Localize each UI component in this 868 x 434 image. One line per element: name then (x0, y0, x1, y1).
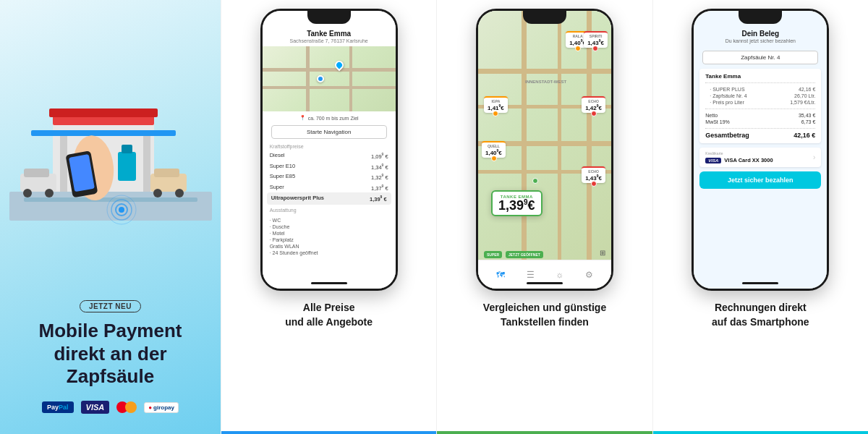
phone-notch-4 (739, 11, 782, 24)
receipt-item-superplus: · SUPER PLUS42,16 € (705, 86, 815, 93)
svg-rect-13 (24, 169, 49, 177)
featured-station: TANKE EMMA 1,399€ (491, 190, 542, 216)
svg-rect-5 (31, 130, 176, 136)
receipt-item-preis: · Preis pro Liter1,579 €/Ltr. (705, 99, 815, 106)
svg-point-15 (45, 189, 54, 197)
card-section[interactable]: Kreditkarte VISA VISA Card XX 3000 › (699, 148, 821, 167)
visa-logo: VISA (81, 401, 110, 414)
features-section-title: Ausstattung (263, 205, 396, 214)
screen-prices: Tanke Emma Sachsenstraße 7, 76137 Karlsr… (263, 11, 396, 289)
phone-receipt: Dein Beleg Du kannst jetzt sicher bezahl… (692, 9, 829, 291)
receipt-title-text: Dein Beleg (699, 30, 821, 38)
station-map (263, 46, 396, 111)
hero-panel: JETZT NEU Mobile Payment direkt an der Z… (0, 0, 221, 434)
receipt-mwst: MwSt 19%6,73 € (705, 119, 815, 125)
panel-receipt: Dein Beleg Du kannst jetzt sicher bezahl… (652, 0, 868, 434)
receipt-card: Tanke Emma · SUPER PLUS42,16 € · Zapfsäu… (699, 69, 821, 143)
phone-bottom-bar-3 (527, 282, 563, 284)
fuel-type-badge: SUPER (484, 251, 502, 258)
open-status-badge: JETZT GEÖFFNET (506, 251, 543, 258)
receipt-divider1 (705, 109, 815, 109)
receipt-netto: Netto35,43 € (705, 112, 815, 119)
gratis-wlan-feature: Gratis WLAN (270, 243, 388, 250)
hero-illustration (0, 0, 221, 260)
svg-rect-4 (49, 109, 158, 117)
card-info: Kreditkarte VISA VISA Card XX 3000 (705, 151, 773, 163)
hero-title: Mobile Payment direkt an der Zapfsäule (39, 320, 182, 388)
phone-notch-3 (523, 11, 566, 24)
receipt-header: Dein Beleg Du kannst jetzt sicher bezahl… (694, 25, 827, 48)
receipt-station-name: Tanke Emma (705, 73, 815, 83)
jetzt-neu-badge: JETZT NEU (80, 300, 141, 312)
station-address: Sachsenstraße 7, 76137 Karlsruhe (268, 38, 390, 43)
station-header: Tanke Emma Sachsenstraße 7, 76137 Karlsr… (263, 25, 396, 46)
visa-mini-logo: VISA (705, 158, 721, 163)
nav-button[interactable]: Starte Navigation (271, 125, 387, 139)
station-distance: 📍 ca. 700 m bis zum Ziel (263, 111, 396, 123)
card-chevron-icon: › (813, 153, 815, 161)
phone-map: INNENSTADT-WEST RALA 1,409€ SPIRITI 1,43… (476, 9, 613, 291)
panel-prices: Tanke Emma Sachsenstraße 7, 76137 Karlsr… (221, 0, 436, 434)
svg-rect-11 (122, 145, 132, 153)
map-tab-icon[interactable]: 🗺 (496, 270, 505, 280)
phone-bottom-bar-4 (742, 282, 778, 284)
receipt-item-zapfsaeule: · Zapfsäule Nr. 426,70 Ltr. (705, 93, 815, 99)
svg-rect-9 (118, 152, 136, 181)
paypal-logo: PayPal (42, 401, 74, 413)
panel-map: INNENSTADT-WEST RALA 1,409€ SPIRITI 1,43… (436, 0, 652, 434)
list-tab-icon[interactable]: ☰ (527, 270, 535, 280)
receipt-subtitle: Du kannst jetzt sicher bezahlen (699, 38, 821, 43)
panel4-caption: Rechnungen direkt auf das Smartphone (712, 301, 809, 329)
map-background: INNENSTADT-WEST RALA 1,409€ SPIRITI 1,43… (478, 11, 611, 260)
svg-rect-1 (24, 197, 197, 202)
screen-receipt: Dein Beleg Du kannst jetzt sicher bezahl… (694, 11, 827, 289)
price-row-e85: Super E851,329 € (263, 171, 396, 182)
price-row-ultra: Ultrapowersprit Plus1,399 € (267, 192, 391, 205)
price-row-super: Super1,379 € (263, 182, 396, 193)
payment-logos: PayPal VISA ●giropay (39, 401, 182, 414)
phone-bottom-bar-2 (311, 282, 347, 284)
zapfsaeule-badge: Zapfsäule Nr. 4 (702, 51, 818, 64)
phone-notch-2 (307, 11, 351, 24)
svg-rect-17 (154, 169, 179, 177)
svg-point-18 (153, 189, 162, 197)
hero-text-block: JETZT NEU Mobile Payment direkt an der Z… (39, 299, 182, 414)
screen-map: INNENSTADT-WEST RALA 1,409€ SPIRITI 1,43… (478, 11, 611, 289)
station-name: Tanke Emma (268, 30, 390, 38)
receipt-total: Gesamtbetrag42,16 € (705, 132, 815, 139)
phone-frame-receipt: Dein Beleg Du kannst jetzt sicher bezahl… (692, 9, 829, 291)
settings-tab-icon[interactable]: ⚙ (585, 270, 593, 280)
phone-frame-prices: Tanke Emma Sachsenstraße 7, 76137 Karlsr… (260, 9, 398, 291)
map-bottom-nav: 🗺 ☰ ☼ ⚙ (478, 260, 611, 289)
panel2-caption: Alle Preise und alle Angebote (285, 301, 373, 329)
receipt-divider2 (705, 128, 815, 129)
features-list: · WC · Dusche · Motel · Parkplatz Gratis… (263, 214, 396, 257)
svg-point-26 (119, 207, 124, 213)
svg-point-19 (175, 189, 184, 197)
price-row-diesel: Diesel1,099 € (263, 150, 396, 161)
svg-rect-6 (60, 136, 67, 192)
phone-prices: Tanke Emma Sachsenstraße 7, 76137 Karlsr… (260, 9, 398, 291)
phone-frame-map: INNENSTADT-WEST RALA 1,409€ SPIRITI 1,43… (476, 9, 613, 291)
mastercard-logo (116, 401, 137, 414)
svg-rect-7 (143, 136, 150, 192)
price-row-e10: Super E101,349 € (263, 161, 396, 172)
fuel-section-title: Kraftstoffpreise (263, 141, 396, 150)
pay-button[interactable]: Jetzt sicher bezahlen (699, 171, 821, 189)
svg-point-14 (23, 189, 32, 197)
light-tab-icon[interactable]: ☼ (556, 270, 563, 280)
giropay-logo: ●giropay (144, 402, 179, 413)
panel3-caption: Vergleichen und günstige Tankstellen fin… (483, 301, 606, 329)
filter-icon[interactable]: ⊞ (600, 249, 605, 257)
